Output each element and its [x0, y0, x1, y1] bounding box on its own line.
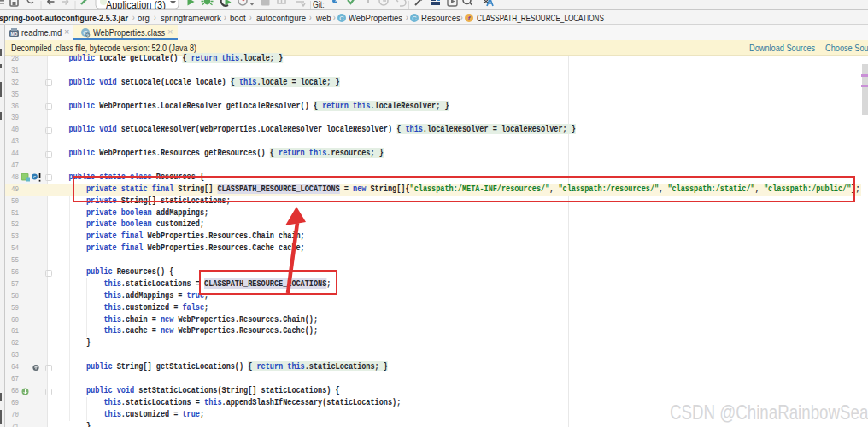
svg-text:c: c [33, 174, 36, 179]
svg-text:C: C [412, 14, 417, 21]
svg-text:MD: MD [11, 32, 18, 37]
svg-text:C: C [339, 14, 344, 21]
